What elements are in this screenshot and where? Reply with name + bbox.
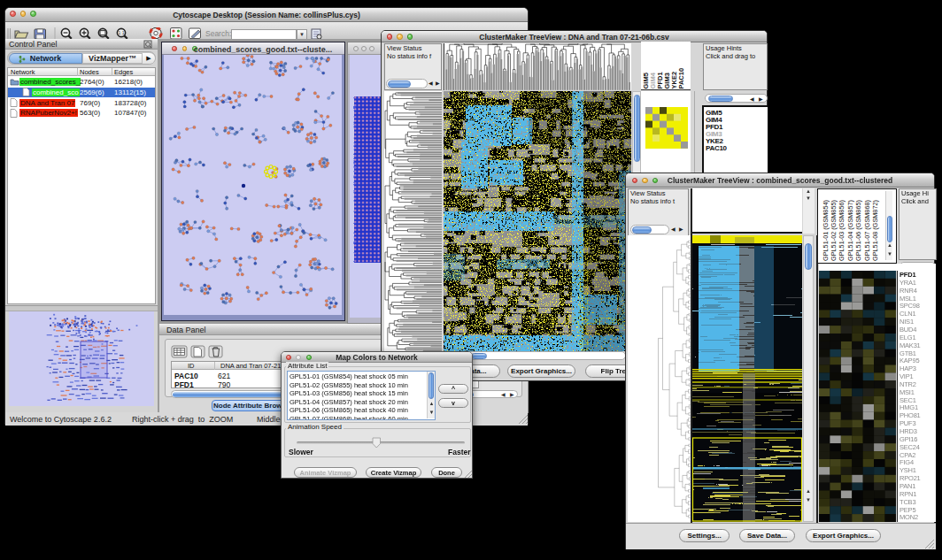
svg-text:GPL51-06 (GSM865): GPL51-06 (GSM865) [854, 200, 862, 261]
svg-text:GPL51-07 (GSM868): GPL51-07 (GSM868) [863, 200, 871, 261]
svg-text:GPL51-01 (GSM854): GPL51-01 (GSM854) [822, 200, 830, 261]
svg-text:GPL51-08 (GSM872): GPL51-08 (GSM872) [871, 200, 879, 261]
svg-text:Search:: Search: [205, 29, 231, 38]
svg-text:GPL51-04 (GSM857): GPL51-04 (GSM857) [846, 200, 854, 261]
svg-text:GPL51-03 (GSM856): GPL51-03 (GSM856) [838, 200, 845, 261]
svg-text:GPL51-02 (GSM855): GPL51-02 (GSM855) [830, 200, 838, 261]
svg-text:1:1: 1:1 [119, 30, 125, 35]
